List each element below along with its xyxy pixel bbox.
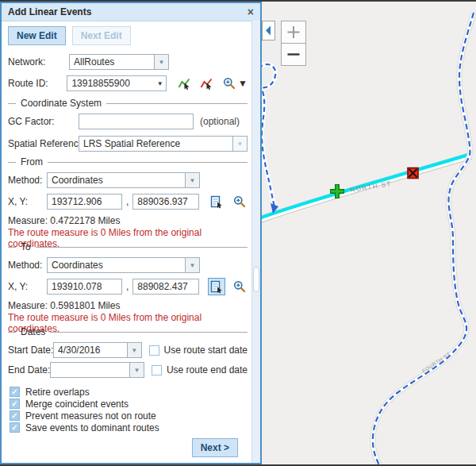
from-method-select[interactable]: Coordinates ▼	[47, 172, 200, 188]
start-date-value: 4/30/2016	[54, 343, 127, 357]
stream-left	[262, 64, 278, 214]
retire-overlaps-label: Retire overlaps	[25, 387, 90, 398]
to-method-value: Coordinates	[48, 258, 185, 272]
map-canvas[interactable]: NORTH ST FOURTH ST	[262, 2, 476, 464]
spatial-reference-value: LRS Spatial Reference	[79, 137, 232, 151]
option-row: ✓ Prevent measures not on route	[8, 410, 248, 422]
to-method-select[interactable]: Coordinates ▼	[47, 257, 200, 273]
merge-coincident-events-label: Merge coincident events	[25, 399, 129, 410]
xy-separator: ,	[126, 196, 129, 207]
coordinate-system-legend: Coordinate System	[8, 98, 248, 109]
route-id-value: 13918855900	[67, 76, 154, 91]
chevron-down-icon[interactable]: ▼	[154, 76, 166, 91]
chevron-down-icon[interactable]: ▼	[129, 363, 144, 377]
select-route-red-icon[interactable]	[200, 77, 213, 91]
end-date-select[interactable]: ▼	[50, 362, 144, 378]
save-events-dominant-label: Save events to dominant routes	[25, 422, 159, 433]
spatial-reference-select: LRS Spatial Reference ▼	[79, 136, 248, 152]
from-xy-label: X, Y:	[8, 196, 47, 207]
retire-overlaps-checkbox[interactable]: ✓	[10, 387, 20, 397]
chevron-down-icon[interactable]: ▼	[154, 55, 168, 69]
gc-factor-input[interactable]	[79, 114, 194, 129]
from-method-label: Method:	[8, 175, 47, 186]
start-date-label: Start Date:	[8, 345, 53, 356]
from-zoom-icon[interactable]	[233, 195, 246, 208]
panel-content: New Edit Next Edit Network: AllRoutes ▼ …	[2, 21, 252, 463]
from-legend: From	[8, 156, 248, 168]
network-label: Network:	[8, 56, 69, 67]
save-events-dominant-checkbox[interactable]: ✓	[10, 422, 20, 433]
panel-title: Add Linear Events	[8, 6, 248, 17]
end-date-value	[51, 363, 129, 377]
zoom-control	[282, 21, 306, 66]
merge-coincident-events-checkbox[interactable]: ✓	[10, 399, 20, 409]
chevron-down-icon[interactable]: ▼	[185, 258, 199, 272]
scrollbar-thumb[interactable]	[253, 267, 259, 292]
end-date-label: End Date:	[8, 364, 50, 375]
use-route-end-date-label: Use route end date	[167, 364, 248, 375]
network-select[interactable]: AllRoutes ▼	[69, 54, 169, 70]
use-route-end-date-checkbox[interactable]	[152, 365, 162, 375]
map-graphics: NORTH ST FOURTH ST	[262, 2, 476, 464]
from-x-input[interactable]: 193712.906	[47, 194, 122, 210]
to-x-input[interactable]: 193910.078	[47, 279, 122, 295]
chevron-down-icon: ▼	[232, 137, 247, 151]
from-pick-on-map-icon[interactable]	[208, 193, 225, 210]
start-date-select[interactable]: 4/30/2016 ▼	[53, 342, 142, 358]
gc-factor-hint: (optional)	[200, 116, 240, 127]
panel-scrollbar[interactable]	[251, 21, 260, 463]
prevent-measures-label: Prevent measures not on route	[25, 410, 156, 422]
panel-collapse-button[interactable]	[263, 21, 275, 40]
to-pick-on-map-icon[interactable]	[208, 278, 225, 295]
route-id-label: Route ID:	[8, 78, 67, 89]
to-method-label: Method:	[8, 260, 47, 271]
spatial-reference-label: Spatial Reference:	[8, 138, 79, 149]
option-row: ✓ Retire overlaps	[8, 386, 248, 398]
from-y-input[interactable]: 889036.937	[132, 194, 199, 210]
to-warning-text: The route measure is 0 Miles from the or…	[8, 312, 248, 323]
app-window: Add Linear Events × New Edit Next Edit N…	[0, 0, 476, 466]
to-xy-label: X, Y:	[8, 281, 47, 292]
prevent-measures-checkbox[interactable]: ✓	[10, 410, 20, 421]
to-zoom-icon[interactable]	[233, 280, 246, 293]
use-route-start-date-label: Use route start date	[164, 345, 248, 356]
option-row: ✓ Merge coincident events	[8, 398, 248, 410]
option-row: ✓ Save events to dominant routes	[8, 422, 248, 433]
dates-legend: Dates	[8, 326, 248, 337]
stream-label: FOURTH ST	[421, 351, 451, 374]
xy-separator: ,	[126, 281, 129, 292]
zoom-to-route-icon[interactable]	[223, 77, 236, 90]
network-value: AllRoutes	[70, 55, 154, 69]
from-measure-text: Measure: 0.4722178 Miles	[8, 215, 248, 226]
chevron-down-icon[interactable]: ▼	[185, 173, 199, 187]
to-point-marker[interactable]	[408, 168, 418, 179]
select-route-green-icon[interactable]	[178, 77, 191, 91]
next-button[interactable]: Next >	[192, 438, 238, 457]
chevron-down-icon[interactable]: ▼	[127, 343, 141, 357]
zoom-options-chevron-icon[interactable]: ▼	[238, 78, 248, 89]
close-icon[interactable]: ×	[248, 6, 254, 17]
to-measure-text: Measure: 0.5981801 Miles	[8, 300, 248, 311]
panel-titlebar: Add Linear Events ×	[2, 3, 260, 21]
add-linear-events-panel: Add Linear Events × New Edit Next Edit N…	[0, 2, 262, 464]
from-warning-text: The route measure is 0 Miles from the or…	[8, 227, 248, 238]
next-edit-button: Next Edit	[72, 26, 131, 45]
route-id-combobox[interactable]: 13918855900 ▼	[67, 75, 167, 91]
from-method-value: Coordinates	[48, 173, 185, 187]
to-y-input[interactable]: 889082.437	[132, 279, 199, 295]
gc-factor-label: GC Factor:	[8, 116, 79, 127]
use-route-start-date-checkbox[interactable]	[149, 345, 159, 356]
new-edit-button[interactable]: New Edit	[8, 26, 66, 45]
stream-right	[373, 13, 474, 464]
